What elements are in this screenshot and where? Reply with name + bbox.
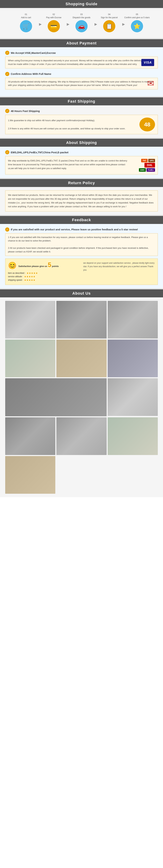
return-policy-section: Return Policy We stand behind our produc…: [0, 179, 163, 215]
feedback-check-row: ✓ If you are satisfied with our product …: [5, 227, 158, 231]
step-3-name: Dispatch the goods: [73, 16, 91, 19]
step-4-label: 04: [108, 13, 110, 16]
step-1-arrow: ▶: [39, 22, 42, 26]
dhl-logo: DHL: [144, 163, 155, 167]
photo-12: [5, 456, 55, 494]
step-1-icon: 🛒: [20, 20, 32, 32]
feedback-para-1: 1 If you are not satisfied with this tra…: [8, 236, 155, 243]
step-4-icon: 📋: [103, 20, 115, 32]
step-4-name: Sign for the parcel: [101, 16, 118, 19]
step-2-arrow: ▶: [67, 22, 69, 26]
photo-9: [5, 417, 55, 455]
return-policy-content: We stand behind our products. Items can …: [0, 187, 163, 215]
photo-3: [108, 301, 158, 339]
return-text: We stand behind our products. Items can …: [5, 190, 158, 211]
feedback-content: ✓ If you are satisfied with our product …: [0, 224, 163, 288]
fast-shipping-header: Fast Shipping: [0, 97, 163, 105]
address-title: Confirm Address With Full Name: [11, 72, 51, 75]
shipping-content-row: We ship worldwide by EMS,DHL,UPS,FedEx,T…: [8, 159, 155, 172]
visa-badge: VISA: [141, 59, 154, 66]
step-1-name: Add to cart: [21, 16, 31, 19]
escrow-text: When using Escrow,your money is deposite…: [8, 59, 151, 65]
step-1: 01 Add to cart 🛒 ▶: [12, 13, 40, 33]
step-5-icon: ⭐: [131, 20, 143, 32]
photo-4: [5, 340, 55, 377]
carriers-check-icon: ✓: [5, 150, 9, 154]
step-3-icon: 🚗: [75, 20, 88, 32]
photo-7-wide: [5, 378, 107, 416]
feedback-para-2: 2 All our products have been checked and…: [8, 246, 155, 254]
about-payment-content: ✓ We Accept:VISE,MasterCard,Escrow When …: [0, 47, 163, 96]
photo-8: [108, 378, 158, 416]
shipping-text: 1.We guarantee to ship out within 48 hou…: [8, 118, 136, 130]
about-us-header: About Us: [0, 289, 163, 298]
about-payment-section: About Payment ✓ We Accept:VISE,MasterCar…: [0, 39, 163, 96]
about-shipping-section: About Shipping ✓ EMS,DHL,UPS,FedEx,TNT,C…: [0, 139, 163, 178]
photo-11: [108, 417, 158, 455]
step-4-arrow: ▶: [122, 22, 125, 26]
carriers-block: We ship worldwide by EMS,DHL,UPS,FedEx,T…: [5, 156, 158, 175]
carriers-title: EMS,DHL,UPS,FedEx,TNT,China Post,E-packe…: [11, 151, 68, 154]
shipping-point-2: 2.If there is any within 48 hours,we wil…: [8, 127, 136, 130]
shipping-point-1: 1.We guarantee to ship out within 48 hou…: [8, 118, 136, 122]
email-icon: ✉: [147, 77, 154, 90]
satisfaction-block: 😊 Satisfaction please give us 5 points i…: [5, 258, 158, 285]
satisfaction-right: we depend on your support and satisfacti…: [83, 261, 155, 282]
item-as-described-stars: ★★★★★: [27, 272, 38, 275]
ups-logo: UPS: [148, 159, 155, 162]
tnt-logo: TNT: [141, 159, 148, 162]
satisfaction-left: 😊 Satisfaction please give us 5 points i…: [8, 261, 80, 282]
service-attitude-row: service attitude : ★★★★★: [8, 275, 80, 278]
fast-shipping-check-icon: ✓: [5, 109, 9, 113]
item-as-described-row: item as described : ★★★★★: [8, 272, 80, 275]
fast-shipping-row: ✓ 48 Hours Fast Shipping: [5, 109, 158, 113]
photo-1: [5, 301, 55, 339]
ems-logo: EMS: [139, 168, 146, 172]
step-3-label: 03: [80, 13, 83, 16]
shopping-guide-content: 01 Add to cart 🛒 ▶ 02 Pay with Escrow 💳 …: [0, 8, 163, 38]
fast-shipping-section: Fast Shipping ✓ 48 Hours Fast Shipping 1…: [0, 97, 163, 138]
shipping-speed-stars: ★★★★★: [24, 279, 35, 281]
step-3: 03 Dispatch the goods 🚗 ▶: [68, 13, 95, 33]
shipping-speed-row: shipping speed : ★★★★★: [8, 279, 80, 281]
smiley-row: 😊 Satisfaction please give us 5 points: [8, 261, 80, 270]
fast-shipping-subtitle: 48 Hours Fast Shipping: [11, 110, 40, 113]
about-shipping-content: ✓ EMS,DHL,UPS,FedEx,TNT,China Post,E-pac…: [0, 147, 163, 178]
step-2-label: 02: [53, 13, 55, 16]
step-5: 05 Confirm and give us 5 stars ⭐: [123, 13, 151, 33]
feedback-section: Feedback ✓ If you are satisfied with our…: [0, 216, 163, 288]
photo-10: [56, 417, 106, 455]
shipping-description: We ship worldwide by EMS,DHL,UPS,FedEx,T…: [8, 159, 131, 170]
accept-row: ✓ We Accept:VISE,MasterCard,Escrow: [5, 51, 158, 55]
accept-check-icon: ✓: [5, 51, 9, 55]
fast-shipping-content: ✓ 48 Hours Fast Shipping 1.We guarantee …: [0, 105, 163, 138]
badge-48: 48: [139, 118, 155, 131]
step-5-name: Confirm and give us 5 stars: [124, 16, 150, 19]
address-row: ✓ Confirm Address With Full Name: [5, 72, 158, 76]
about-payment-header: About Payment: [0, 39, 163, 47]
smiley-icon: 😊: [8, 261, 17, 270]
step-5-label: 05: [136, 13, 138, 16]
shipping-speed-label: shipping speed :: [8, 279, 23, 281]
service-attitude-label: service attitude :: [8, 275, 23, 278]
steps-row: 01 Add to cart 🛒 ▶ 02 Pay with Escrow 💳 …: [2, 13, 161, 33]
step-3-arrow: ▶: [95, 22, 97, 26]
feedback-header: Feedback: [0, 216, 163, 224]
about-us-content: [0, 298, 163, 497]
five-stars: 5: [48, 261, 51, 268]
fedex-logo: FedEx: [146, 168, 155, 172]
feedback-check-icon: ✓: [5, 227, 9, 231]
about-shipping-header: About Shipping: [0, 139, 163, 147]
address-check-icon: ✓: [5, 72, 9, 76]
about-us-section: About Us: [0, 289, 163, 497]
step-4: 04 Sign for the parcel 📋 ▶: [95, 13, 123, 33]
feedback-note-title: If you are satisfied with our product an…: [11, 228, 138, 231]
item-as-described-label: item as described :: [8, 272, 26, 274]
address-block: All products will be tested strictly bef…: [5, 78, 158, 90]
step-2-name: Pay with Escrow: [46, 16, 61, 19]
carriers-row: ✓ EMS,DHL,UPS,FedEx,TNT,China Post,E-pac…: [5, 150, 158, 154]
shopping-guide-header: Shopping Guide: [0, 0, 163, 8]
shipping-logos: TNT UPS DHL EMS FedEx: [134, 159, 155, 172]
photo-5: [56, 340, 106, 377]
shipping-inner-block: 1.We guarantee to ship out within 48 hou…: [5, 115, 158, 134]
